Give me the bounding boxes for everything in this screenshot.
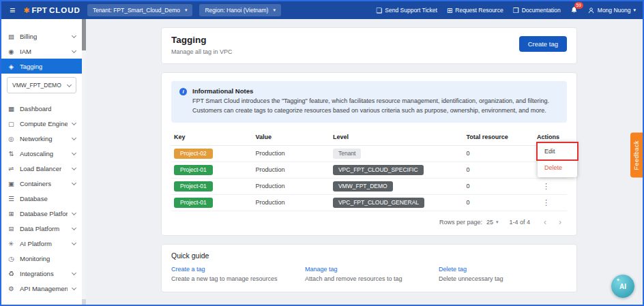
sidebar-item-label: Data Platform	[20, 225, 59, 232]
sidebar-item-database-platform[interactable]: ⊞ Database Platform	[1, 206, 82, 221]
ai-assistant-button[interactable]: ✦ AI	[611, 275, 634, 298]
key-badge: Project-01	[174, 165, 213, 175]
user-menu[interactable]: Mong Nuong ▾	[587, 7, 636, 14]
sidebar-item-tagging[interactable]: ◈ Tagging	[1, 59, 82, 74]
notification-count-badge: 59	[574, 2, 583, 9]
total-resource-cell: 0	[464, 194, 535, 211]
sidebar-item-label: Integrations	[20, 270, 54, 277]
chevron-down-icon: ▾	[496, 219, 499, 225]
documentation-link[interactable]: ❐ Documentation	[513, 7, 561, 14]
sidebar-item-load-balancer[interactable]: ⇌ Load Balancer	[1, 161, 82, 176]
sidebar-item-label: Containers	[20, 180, 51, 187]
rows-per-page-select[interactable]: 25 ▾	[486, 219, 499, 226]
info-icon: i	[179, 88, 187, 95]
database-platform-icon: ⊞	[8, 210, 15, 217]
dashboard-icon: ▦	[8, 105, 15, 112]
chevron-down-icon	[67, 82, 72, 87]
notifications-button[interactable]: 59	[570, 5, 578, 15]
chevron-down-icon	[72, 135, 76, 140]
previous-page-icon[interactable]: ‹	[540, 217, 551, 227]
user-avatar-icon	[587, 7, 595, 14]
chevron-down-icon: ▾	[633, 7, 636, 13]
column-header-total-resource: Total resource	[464, 128, 535, 146]
guide-item-desc: Create a new tag to manage resources	[171, 275, 299, 282]
rows-per-page-label: Rows per page:	[439, 219, 482, 226]
request-resource-icon: ⊞	[447, 7, 452, 14]
chevron-down-icon	[72, 285, 76, 290]
chevron-down-icon: ▾	[185, 7, 188, 13]
guide-item-manage-tag: Manage tag Attach and remove resources t…	[305, 266, 433, 282]
edit-menu-item[interactable]: Edit	[538, 143, 577, 159]
page-header-card: Tagging Manage all tag in VPC Create tag	[161, 27, 577, 64]
monitoring-icon: ◷	[8, 255, 15, 262]
chevron-down-icon	[72, 225, 76, 230]
sidebar-item-database[interactable]: ☰ Database	[1, 191, 82, 206]
tenant-selector[interactable]: Tenant: FPT_Smart_Cloud_Demo ▾	[87, 4, 193, 16]
sidebar-item-containers[interactable]: ▣ Containers	[1, 176, 82, 191]
level-badge: VPC_FPT_CLOUD_GENERAL	[333, 198, 424, 208]
hamburger-menu-icon[interactable]: ≡	[8, 5, 16, 15]
chevron-down-icon	[72, 120, 76, 125]
navbar-right: ❏ Send Support Ticket ⊞ Request Resource…	[376, 5, 636, 15]
column-header-level: Level	[330, 128, 464, 146]
next-page-icon[interactable]: ›	[555, 217, 566, 227]
kebab-menu-icon[interactable]: ⋮	[537, 182, 555, 190]
sidebar-item-label: Load Balancer	[20, 165, 61, 172]
sidebar-item-ai-platform[interactable]: ✳ AI Platform	[1, 236, 82, 251]
ai-platform-icon: ✳	[8, 240, 15, 247]
iam-icon: ◉	[8, 48, 15, 55]
info-notes-body: FPT Smart Cloud introduces the "Tagging"…	[192, 97, 559, 116]
sidebar-item-billing[interactable]: ▤ Billing	[1, 29, 82, 44]
tenant-label: Tenant: FPT_Smart_Cloud_Demo	[93, 7, 180, 14]
sidebar-item-iam[interactable]: ◉ IAM	[1, 44, 82, 59]
total-resource-cell: 0	[464, 162, 535, 178]
chevron-down-icon: ▾	[273, 7, 276, 13]
sidebar-item-monitoring[interactable]: ◷ Monitoring	[1, 251, 82, 266]
sidebar-item-networking[interactable]: ◎ Networking	[1, 131, 82, 146]
create-a-tag-link[interactable]: Create a tag	[171, 266, 299, 273]
fpt-cloud-logo: ✱ FPT CLOUD	[23, 6, 80, 15]
create-tag-button[interactable]: Create tag	[519, 36, 567, 52]
sidebar-item-dashboard[interactable]: ▦ Dashboard	[1, 101, 82, 116]
kebab-menu-icon[interactable]: ⋮	[537, 198, 555, 206]
region-selector[interactable]: Region: Hanoi (Vietnam) ▾	[199, 4, 280, 16]
sidebar-item-api-management[interactable]: ⚙ API Management	[1, 281, 82, 296]
key-badge: Project-01	[174, 198, 213, 208]
informational-notes: i Informational Notes FPT Smart Cloud in…	[171, 81, 567, 123]
key-badge: Project-01	[174, 181, 213, 192]
manage-tag-link[interactable]: Manage tag	[305, 266, 433, 273]
pagination-range: 1-4 of 4	[509, 219, 530, 226]
networking-icon: ◎	[8, 135, 15, 142]
delete-menu-item[interactable]: Delete	[538, 159, 577, 176]
sidebar-item-data-platform[interactable]: ⊟ Data Platform	[1, 221, 82, 236]
autoscaling-icon: ⇅	[8, 150, 15, 157]
chevron-down-icon	[72, 150, 76, 155]
table-row: Project-01 Production VMW_FPT_DEMO 0 ⋮	[171, 178, 567, 194]
sidebar-item-autoscaling[interactable]: ⇅ Autoscaling	[1, 146, 82, 161]
value-cell: Production	[252, 162, 330, 178]
level-badge: VPC_FPT_CLOUD_SPECIFIC	[333, 165, 424, 175]
app-window: ≡ ✱ FPT CLOUD Tenant: FPT_Smart_Cloud_De…	[0, 0, 644, 306]
send-support-ticket-link[interactable]: ❏ Send Support Ticket	[376, 7, 437, 14]
send-support-ticket-label: Send Support Ticket	[385, 7, 437, 14]
documentation-icon: ❐	[513, 7, 519, 14]
sidebar-item-integrations[interactable]: ♻ Integrations	[1, 266, 82, 281]
sparkle-icon: ✦	[616, 277, 620, 283]
feedback-tab[interactable]: Feedback	[630, 133, 643, 178]
chevron-down-icon	[72, 33, 76, 37]
vpc-selector[interactable]: VMW_FPT_DEMO	[7, 77, 76, 93]
value-cell: Production	[252, 194, 330, 211]
tag-table-card: i Informational Notes FPT Smart Cloud in…	[161, 72, 577, 236]
table-row: Project-01 Production VPC_FPT_CLOUD_SPEC…	[171, 162, 567, 178]
chevron-down-icon	[72, 48, 76, 52]
page-subtitle: Manage all tag in VPC	[171, 48, 233, 55]
integrations-icon: ♻	[8, 270, 15, 277]
request-resource-link[interactable]: ⊞ Request Resource	[447, 7, 503, 14]
data-platform-icon: ⊟	[8, 225, 15, 232]
column-header-key: Key	[171, 128, 252, 146]
sidebar-item-compute-engine[interactable]: ▢ Compute Engine	[1, 116, 82, 131]
guide-item-create-tag: Create a tag Create a new tag to manage …	[171, 266, 299, 282]
tag-icon: ◈	[8, 63, 15, 70]
delete-tag-link[interactable]: Delete tag	[439, 266, 567, 273]
total-resource-cell: 0	[464, 145, 535, 162]
